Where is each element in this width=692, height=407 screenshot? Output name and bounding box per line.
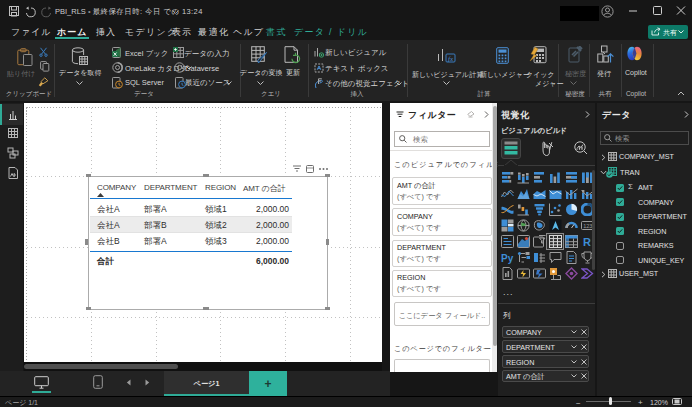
svg-text:123: 123 — [583, 223, 592, 229]
svg-text:Py: Py — [501, 253, 514, 264]
svg-text:R: R — [583, 236, 591, 248]
svg-text:fx: fx — [448, 55, 454, 63]
